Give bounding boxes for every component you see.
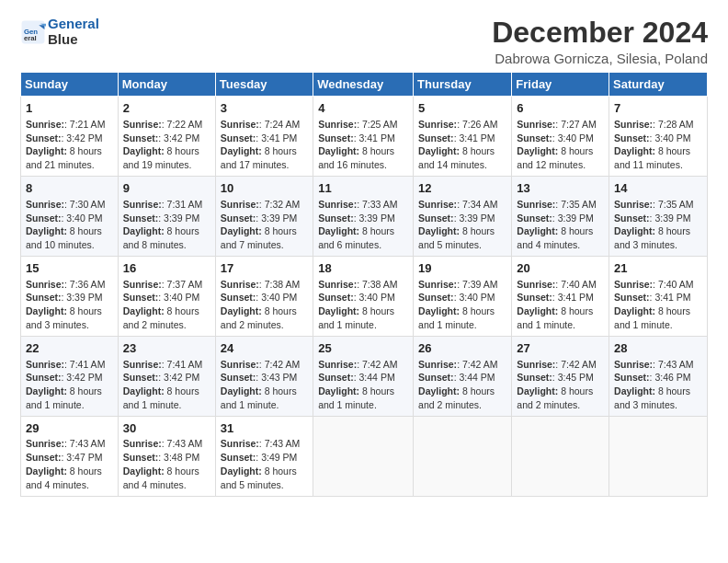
calendar-cell: 29Sunrise:: 7:43 AMSunset:: 3:47 PMDayli… <box>21 416 119 496</box>
calendar-cell: 2Sunrise:: 7:22 AMSunset:: 3:42 PMDaylig… <box>118 97 215 177</box>
day-number: 21 <box>614 260 702 277</box>
calendar-cell: 7Sunrise:: 7:28 AMSunset:: 3:40 PMDaylig… <box>609 97 708 177</box>
subtitle: Dabrowa Gornicza, Silesia, Poland <box>492 51 708 66</box>
day-info: Sunrise:: 7:28 AMSunset:: 3:40 PMDayligh… <box>614 119 693 171</box>
day-number: 4 <box>318 100 408 117</box>
day-info: Sunrise:: 7:43 AMSunset:: 3:47 PMDayligh… <box>26 438 105 490</box>
day-info: Sunrise:: 7:38 AMSunset:: 3:40 PMDayligh… <box>318 279 397 331</box>
calendar-cell: 22Sunrise:: 7:41 AMSunset:: 3:42 PMDayli… <box>21 336 119 416</box>
calendar-cell: 23Sunrise:: 7:41 AMSunset:: 3:42 PMDayli… <box>118 336 215 416</box>
day-number: 20 <box>517 260 604 277</box>
day-info: Sunrise:: 7:25 AMSunset:: 3:41 PMDayligh… <box>318 119 397 171</box>
day-info: Sunrise:: 7:21 AMSunset:: 3:42 PMDayligh… <box>26 119 105 171</box>
day-info: Sunrise:: 7:42 AMSunset:: 3:45 PMDayligh… <box>517 359 596 411</box>
calendar-cell: 11Sunrise:: 7:33 AMSunset:: 3:39 PMDayli… <box>313 177 414 257</box>
page: Gen eral General Blue December 2024 Dabr… <box>0 0 728 563</box>
day-number: 31 <box>221 420 308 437</box>
day-info: Sunrise:: 7:35 AMSunset:: 3:39 PMDayligh… <box>517 199 596 251</box>
day-number: 22 <box>26 340 113 357</box>
day-number: 30 <box>123 420 210 437</box>
day-number: 3 <box>221 100 308 117</box>
logo-text-line1: General <box>48 17 99 32</box>
day-number: 26 <box>418 340 506 357</box>
calendar-cell: 12Sunrise:: 7:34 AMSunset:: 3:39 PMDayli… <box>414 177 512 257</box>
day-number: 19 <box>418 260 506 277</box>
logo: Gen eral General Blue <box>20 17 99 47</box>
day-info: Sunrise:: 7:37 AMSunset:: 3:40 PMDayligh… <box>123 279 202 331</box>
day-info: Sunrise:: 7:43 AMSunset:: 3:49 PMDayligh… <box>221 438 300 490</box>
col-header-wednesday: Wednesday <box>313 73 414 97</box>
title-block: December 2024 Dabrowa Gornicza, Silesia,… <box>492 17 708 66</box>
day-info: Sunrise:: 7:43 AMSunset:: 3:46 PMDayligh… <box>614 359 693 411</box>
day-number: 27 <box>517 340 604 357</box>
calendar-table: SundayMondayTuesdayWednesdayThursdayFrid… <box>20 72 708 497</box>
day-info: Sunrise:: 7:32 AMSunset:: 3:39 PMDayligh… <box>221 199 300 251</box>
day-number: 29 <box>26 420 113 437</box>
calendar-cell: 3Sunrise:: 7:24 AMSunset:: 3:41 PMDaylig… <box>215 97 313 177</box>
calendar-cell: 25Sunrise:: 7:42 AMSunset:: 3:44 PMDayli… <box>313 336 414 416</box>
day-number: 12 <box>418 180 506 197</box>
day-info: Sunrise:: 7:35 AMSunset:: 3:39 PMDayligh… <box>614 199 693 251</box>
calendar-cell: 18Sunrise:: 7:38 AMSunset:: 3:40 PMDayli… <box>313 257 414 337</box>
calendar-cell: 8Sunrise:: 7:30 AMSunset:: 3:40 PMDaylig… <box>21 177 119 257</box>
col-header-tuesday: Tuesday <box>215 73 313 97</box>
calendar-cell: 10Sunrise:: 7:32 AMSunset:: 3:39 PMDayli… <box>215 177 313 257</box>
day-info: Sunrise:: 7:26 AMSunset:: 3:41 PMDayligh… <box>418 119 497 171</box>
calendar-cell: 13Sunrise:: 7:35 AMSunset:: 3:39 PMDayli… <box>512 177 609 257</box>
day-info: Sunrise:: 7:36 AMSunset:: 3:39 PMDayligh… <box>26 279 105 331</box>
day-info: Sunrise:: 7:30 AMSunset:: 3:40 PMDayligh… <box>26 199 105 251</box>
calendar-cell <box>609 416 708 496</box>
calendar-cell: 15Sunrise:: 7:36 AMSunset:: 3:39 PMDayli… <box>21 257 119 337</box>
day-info: Sunrise:: 7:43 AMSunset:: 3:48 PMDayligh… <box>123 438 202 490</box>
calendar-cell: 16Sunrise:: 7:37 AMSunset:: 3:40 PMDayli… <box>118 257 215 337</box>
calendar-cell: 24Sunrise:: 7:42 AMSunset:: 3:43 PMDayli… <box>215 336 313 416</box>
col-header-saturday: Saturday <box>609 73 708 97</box>
week-row-3: 15Sunrise:: 7:36 AMSunset:: 3:39 PMDayli… <box>21 257 708 337</box>
logo-icon: Gen eral <box>20 19 46 45</box>
calendar-cell: 1Sunrise:: 7:21 AMSunset:: 3:42 PMDaylig… <box>21 97 119 177</box>
day-number: 10 <box>221 180 308 197</box>
calendar-cell: 4Sunrise:: 7:25 AMSunset:: 3:41 PMDaylig… <box>313 97 414 177</box>
day-number: 9 <box>123 180 210 197</box>
calendar-cell: 17Sunrise:: 7:38 AMSunset:: 3:40 PMDayli… <box>215 257 313 337</box>
calendar-cell: 28Sunrise:: 7:43 AMSunset:: 3:46 PMDayli… <box>609 336 708 416</box>
svg-text:eral: eral <box>24 34 37 42</box>
day-info: Sunrise:: 7:41 AMSunset:: 3:42 PMDayligh… <box>26 359 105 411</box>
day-info: Sunrise:: 7:42 AMSunset:: 3:44 PMDayligh… <box>318 359 397 411</box>
calendar-cell: 21Sunrise:: 7:40 AMSunset:: 3:41 PMDayli… <box>609 257 708 337</box>
day-info: Sunrise:: 7:40 AMSunset:: 3:41 PMDayligh… <box>517 279 596 331</box>
day-info: Sunrise:: 7:41 AMSunset:: 3:42 PMDayligh… <box>123 359 202 411</box>
day-info: Sunrise:: 7:24 AMSunset:: 3:41 PMDayligh… <box>221 119 300 171</box>
calendar-cell <box>313 416 414 496</box>
col-header-monday: Monday <box>118 73 215 97</box>
day-number: 8 <box>26 180 113 197</box>
header: Gen eral General Blue December 2024 Dabr… <box>20 17 708 66</box>
calendar-cell: 5Sunrise:: 7:26 AMSunset:: 3:41 PMDaylig… <box>414 97 512 177</box>
day-info: Sunrise:: 7:31 AMSunset:: 3:39 PMDayligh… <box>123 199 202 251</box>
day-number: 13 <box>517 180 604 197</box>
week-row-4: 22Sunrise:: 7:41 AMSunset:: 3:42 PMDayli… <box>21 336 708 416</box>
day-info: Sunrise:: 7:39 AMSunset:: 3:40 PMDayligh… <box>418 279 497 331</box>
day-info: Sunrise:: 7:42 AMSunset:: 3:44 PMDayligh… <box>418 359 497 411</box>
day-info: Sunrise:: 7:42 AMSunset:: 3:43 PMDayligh… <box>221 359 300 411</box>
calendar-cell: 9Sunrise:: 7:31 AMSunset:: 3:39 PMDaylig… <box>118 177 215 257</box>
main-title: December 2024 <box>492 17 708 49</box>
day-number: 16 <box>123 260 210 277</box>
day-number: 1 <box>26 100 113 117</box>
calendar-cell: 14Sunrise:: 7:35 AMSunset:: 3:39 PMDayli… <box>609 177 708 257</box>
calendar-cell: 26Sunrise:: 7:42 AMSunset:: 3:44 PMDayli… <box>414 336 512 416</box>
day-info: Sunrise:: 7:38 AMSunset:: 3:40 PMDayligh… <box>221 279 300 331</box>
calendar-cell: 27Sunrise:: 7:42 AMSunset:: 3:45 PMDayli… <box>512 336 609 416</box>
day-info: Sunrise:: 7:22 AMSunset:: 3:42 PMDayligh… <box>123 119 202 171</box>
day-number: 14 <box>614 180 702 197</box>
calendar-cell: 20Sunrise:: 7:40 AMSunset:: 3:41 PMDayli… <box>512 257 609 337</box>
logo-text-line2: Blue <box>48 32 99 48</box>
day-info: Sunrise:: 7:27 AMSunset:: 3:40 PMDayligh… <box>517 119 596 171</box>
calendar-cell: 30Sunrise:: 7:43 AMSunset:: 3:48 PMDayli… <box>118 416 215 496</box>
day-info: Sunrise:: 7:34 AMSunset:: 3:39 PMDayligh… <box>418 199 497 251</box>
day-number: 6 <box>517 100 604 117</box>
calendar-cell <box>414 416 512 496</box>
calendar-cell <box>512 416 609 496</box>
calendar-cell: 19Sunrise:: 7:39 AMSunset:: 3:40 PMDayli… <box>414 257 512 337</box>
day-info: Sunrise:: 7:40 AMSunset:: 3:41 PMDayligh… <box>614 279 693 331</box>
